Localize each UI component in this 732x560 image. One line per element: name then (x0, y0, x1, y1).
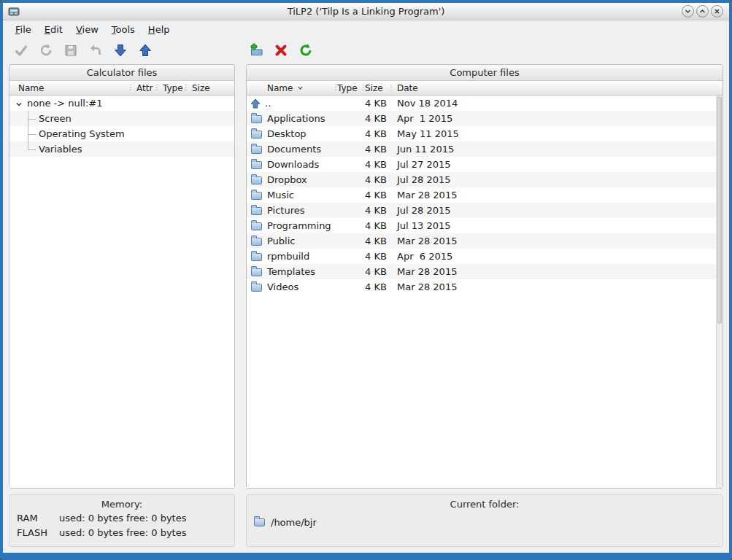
folder-icon (251, 222, 262, 230)
tree-item-operating-system[interactable]: Operating System (9, 126, 234, 141)
file-row[interactable]: Applications 4 KB Apr 1 2015 (247, 111, 723, 126)
reload-folder-button[interactable] (296, 41, 315, 60)
column-name[interactable]: Name (247, 81, 333, 95)
window-buttons (682, 5, 723, 18)
column-type[interactable]: Type (154, 81, 183, 95)
tree-item-variables[interactable]: Variables (9, 141, 234, 157)
tree-item-root[interactable]: none -> null:#1 (9, 96, 234, 111)
computer-files-title: Computer files (247, 65, 723, 81)
memory-title: Memory: (9, 495, 234, 510)
app-window: TiLP2 ('Tilp Is a Linking Program') (3, 3, 729, 553)
download-arrow-button[interactable] (111, 41, 130, 60)
window-frame: TiLP2 ('Tilp Is a Linking Program') (0, 0, 732, 560)
current-folder-path: /home/bjr (271, 517, 317, 528)
vertical-scrollbar[interactable] (716, 96, 723, 488)
column-type[interactable]: Type (333, 81, 361, 95)
toolbar (3, 38, 729, 63)
computer-columns: Name Type Size Date (247, 81, 723, 96)
titlebar[interactable]: TiLP2 ('Tilp Is a Linking Program') (3, 3, 729, 20)
file-row[interactable]: Music 4 KB Mar 28 2015 (247, 187, 723, 203)
current-folder-panel: Current folder: /home/bjr (246, 494, 723, 547)
window-title: TiLP2 ('Tilp Is a Linking Program') (3, 6, 729, 17)
panel-splitter[interactable] (235, 64, 246, 489)
folder-icon (251, 176, 262, 184)
computer-file-list: .. 4 KB Nov 18 2014 Applications 4 KB Ap… (247, 96, 723, 488)
column-date[interactable]: Date (388, 81, 723, 95)
current-folder-title: Current folder: (247, 495, 723, 510)
current-folder-row: /home/bjr (247, 510, 723, 528)
file-row[interactable]: Dropbox 4 KB Jul 28 2015 (247, 172, 723, 187)
expander-icon[interactable] (15, 101, 23, 108)
folder-icon (251, 207, 262, 215)
memory-panel: Memory: RAM used: 0 bytes free: 0 bytes … (9, 494, 235, 547)
menubar: File Edit View Tools Help (3, 21, 729, 38)
tree-item-screen[interactable]: Screen (9, 111, 234, 126)
file-row-parent-dir[interactable]: .. 4 KB Nov 18 2014 (247, 96, 723, 111)
column-size[interactable]: Size (183, 81, 234, 95)
folder-icon (251, 192, 262, 200)
folder-icon (251, 238, 262, 246)
delete-button[interactable] (271, 41, 290, 60)
refresh-button[interactable] (36, 41, 55, 60)
menu-help[interactable]: Help (142, 22, 177, 37)
file-row[interactable]: rpmbuild 4 KB Apr 6 2015 (247, 249, 723, 264)
ram-row: RAM used: 0 bytes free: 0 bytes (9, 510, 234, 524)
folder-icon (251, 284, 262, 292)
flash-row: FLASH used: 0 bytes free: 0 bytes (9, 524, 234, 539)
column-size[interactable]: Size (361, 81, 388, 95)
folder-icon (251, 268, 262, 276)
close-button[interactable] (711, 5, 723, 18)
file-row[interactable]: Desktop 4 KB May 11 2015 (247, 126, 723, 141)
maximize-button[interactable] (696, 5, 709, 18)
scrollbar-thumb[interactable] (717, 96, 722, 324)
ok-button[interactable] (12, 41, 31, 60)
save-button[interactable] (61, 41, 80, 60)
app-icon (8, 6, 20, 18)
folder-icon (251, 161, 262, 169)
calculator-file-list: none -> null:#1 Screen Operating System … (9, 96, 234, 488)
file-row[interactable]: Programming 4 KB Jul 13 2015 (247, 218, 723, 233)
upload-arrow-button[interactable] (136, 41, 155, 60)
folder-icon (251, 253, 262, 261)
menu-edit[interactable]: Edit (38, 22, 69, 37)
folder-icon (254, 518, 265, 526)
menu-view[interactable]: View (69, 22, 105, 37)
new-folder-button[interactable] (247, 41, 266, 60)
calculator-files-title: Calculator files (9, 65, 234, 81)
calculator-files-panel: Calculator files Name Attr Type Size non… (9, 64, 235, 489)
calculator-columns: Name Attr Type Size (9, 81, 234, 96)
folder-icon (251, 131, 262, 139)
sort-indicator-icon (297, 85, 304, 91)
menu-tools[interactable]: Tools (105, 22, 142, 37)
file-row[interactable]: Documents 4 KB Jun 11 2015 (247, 141, 723, 157)
undo-button[interactable] (86, 41, 105, 60)
file-row[interactable]: Downloads 4 KB Jul 27 2015 (247, 157, 723, 172)
go-up-icon (250, 98, 261, 109)
minimize-button[interactable] (682, 5, 694, 18)
file-row[interactable]: Pictures 4 KB Jul 28 2015 (247, 203, 723, 218)
computer-files-panel: Computer files Name Type Size Date .. 4 … (246, 64, 723, 489)
file-row[interactable]: Templates 4 KB Mar 28 2015 (247, 264, 723, 279)
folder-icon (251, 146, 262, 154)
menu-file[interactable]: File (9, 22, 38, 37)
file-row[interactable]: Public 4 KB Mar 28 2015 (247, 233, 723, 249)
file-row[interactable]: Videos 4 KB Mar 28 2015 (247, 279, 723, 295)
column-attr[interactable]: Attr (128, 81, 154, 95)
column-name[interactable]: Name (9, 81, 128, 95)
folder-icon (251, 115, 262, 123)
